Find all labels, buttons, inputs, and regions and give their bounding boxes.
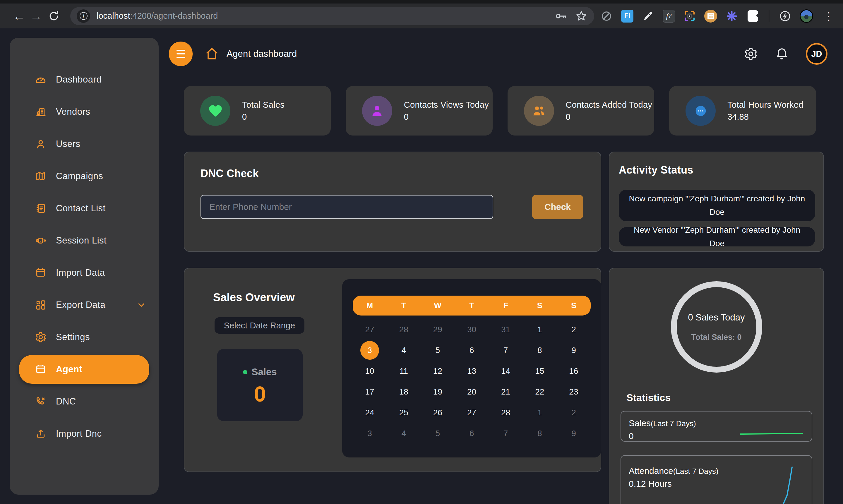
calendar-day[interactable]: 16: [557, 361, 591, 381]
calendar-day[interactable]: 25: [387, 402, 420, 423]
eyedropper-extension-icon[interactable]: [642, 10, 654, 22]
phone-vibrate-icon: [35, 235, 47, 247]
sidebar-item-users[interactable]: Users: [10, 128, 159, 160]
sidebar-item-campaigns[interactable]: Campaigns: [10, 160, 159, 192]
calendar-day[interactable]: 17: [353, 381, 387, 402]
browser-profile-avatar[interactable]: [800, 10, 813, 23]
calendar-day[interactable]: 2: [557, 402, 591, 423]
select-date-range-button[interactable]: Select Date Range: [215, 317, 304, 334]
sidebar-item-settings[interactable]: Settings: [10, 321, 159, 353]
settings-icon[interactable]: [744, 47, 758, 61]
calendar-day[interactable]: 10: [353, 361, 387, 381]
calendar-day[interactable]: 21: [489, 381, 523, 402]
calendar-day[interactable]: 24: [353, 402, 387, 423]
bookmark-star-icon[interactable]: [575, 10, 588, 22]
calendar-day[interactable]: 9: [557, 423, 591, 444]
calendar-day[interactable]: 14: [489, 361, 523, 381]
calendar-day[interactable]: 5: [420, 340, 454, 361]
sidebar-item-vendors[interactable]: Vendors: [10, 96, 159, 128]
sidebar-item-import-dnc[interactable]: Import Dnc: [10, 418, 159, 450]
notifications-bell-icon[interactable]: [775, 47, 789, 61]
spark-extension-icon[interactable]: [725, 10, 738, 22]
screen-capture-extension-icon[interactable]: [683, 10, 696, 22]
chevron-down-icon[interactable]: [137, 300, 146, 310]
calendar-day[interactable]: 20: [454, 381, 488, 402]
url-bar[interactable]: i localhost:4200/agent-dashboard: [70, 7, 594, 25]
menu-toggle-button[interactable]: [169, 41, 193, 66]
heart-icon: [200, 96, 230, 126]
legend-dot: [243, 370, 247, 374]
sidebar-item-dashboard[interactable]: Dashboard: [10, 64, 159, 96]
calendar-day[interactable]: 31: [489, 319, 523, 340]
calendar-day[interactable]: 8: [523, 340, 557, 361]
sidebar-item-dnc[interactable]: DNC: [10, 385, 159, 418]
stat-tile-attendance-7days: Attendance(Last 7 Days) 0.12 Hours: [621, 455, 812, 504]
forward-button[interactable]: →: [28, 10, 44, 22]
calendar-day[interactable]: 4: [387, 340, 420, 361]
calendar-day[interactable]: 7: [489, 340, 523, 361]
sidebar-item-label: Settings: [56, 332, 90, 342]
toolbar-divider: [769, 10, 769, 22]
calendar-day[interactable]: 29: [420, 319, 454, 340]
calendar-day[interactable]: 28: [489, 402, 523, 423]
calendar-day[interactable]: 9: [557, 340, 591, 361]
calendar-extension-icon[interactable]: [704, 10, 717, 22]
phone-x-icon: [35, 396, 47, 408]
blocked-content-icon[interactable]: [600, 10, 613, 22]
window-top-strip: [0, 0, 843, 3]
battery-saver-icon[interactable]: [778, 10, 791, 22]
calendar-day[interactable]: 11: [387, 361, 420, 381]
password-key-icon[interactable]: [554, 10, 567, 22]
calendar-day[interactable]: 15: [523, 361, 557, 381]
calendar-day[interactable]: 30: [454, 319, 488, 340]
reload-button[interactable]: [48, 10, 60, 22]
sidebar-item-contact-list[interactable]: Contact List: [10, 192, 159, 224]
calendar-day[interactable]: 18: [387, 381, 420, 402]
sidebar-item-agent[interactable]: Agent: [19, 355, 149, 384]
calendar-day[interactable]: 3: [353, 423, 387, 444]
calendar-day[interactable]: 27: [454, 402, 488, 423]
grid-check-icon: [35, 299, 47, 311]
calendar-day[interactable]: 1: [523, 402, 557, 423]
sidebar-item-label: Vendors: [56, 107, 90, 117]
url-text[interactable]: localhost:4200/agent-dashboard: [96, 11, 547, 21]
browser-menu-icon[interactable]: ⋮: [821, 11, 836, 22]
site-info-icon[interactable]: i: [77, 10, 90, 23]
calendar-day[interactable]: 4: [387, 423, 420, 444]
calendar-day[interactable]: 12: [420, 361, 454, 381]
dnc-check-title: DNC Check: [200, 167, 583, 180]
browser-chrome: ← → i localhost:4200/agent-dashboard FI …: [0, 0, 843, 29]
calendar-weekday: F: [489, 301, 523, 310]
check-button[interactable]: Check: [532, 195, 583, 219]
clipboard-extension-icon[interactable]: [747, 10, 759, 22]
calendar-day[interactable]: 6: [454, 423, 488, 444]
stat-card-contacts-views: Contacts Views Today 0: [346, 86, 492, 136]
calendar-day[interactable]: 26: [420, 402, 454, 423]
f-question-extension-icon[interactable]: f?: [663, 10, 675, 22]
calendar-day[interactable]: 6: [454, 340, 488, 361]
sidebar-item-session-list[interactable]: Session List: [10, 224, 159, 257]
calendar-day[interactable]: 28: [387, 319, 420, 340]
browser-toolbar: ← → i localhost:4200/agent-dashboard FI …: [0, 3, 843, 29]
calendar-day[interactable]: 8: [523, 423, 557, 444]
calendar-day[interactable]: 5: [420, 423, 454, 444]
calendar-weekday: W: [420, 301, 454, 310]
sidebar-item-export-data[interactable]: Export Data: [10, 289, 159, 321]
calendar-day[interactable]: 2: [557, 319, 591, 340]
calendar-day[interactable]: 13: [454, 361, 488, 381]
sales-overview-card: Sales Overview Select Date Range Sales 0…: [184, 268, 601, 472]
calendar-day[interactable]: 7: [489, 423, 523, 444]
sales-today-ring: 0 Sales Today Total Sales: 0: [671, 281, 762, 373]
phone-number-input[interactable]: [200, 195, 493, 219]
sidebar-item-label: Session List: [56, 235, 107, 246]
calendar-day[interactable]: 27: [353, 319, 387, 340]
calendar-day[interactable]: 3: [353, 340, 387, 361]
user-avatar[interactable]: JD: [806, 43, 827, 65]
calendar-day[interactable]: 22: [523, 381, 557, 402]
fi-extension-icon[interactable]: FI: [621, 10, 633, 22]
calendar-day[interactable]: 1: [523, 319, 557, 340]
back-button[interactable]: ←: [11, 10, 28, 22]
calendar-day[interactable]: 23: [557, 381, 591, 402]
sidebar-item-import-data[interactable]: Import Data: [10, 257, 159, 289]
calendar-day[interactable]: 19: [420, 381, 454, 402]
